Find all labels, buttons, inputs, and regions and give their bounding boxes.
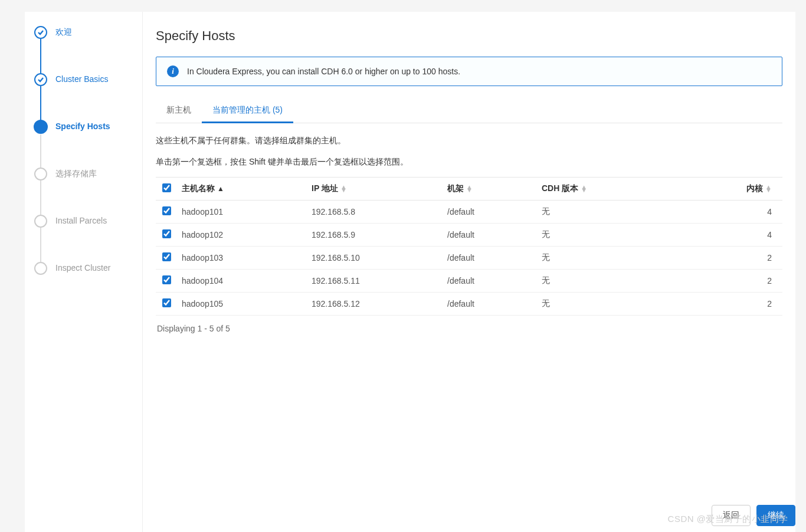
cell-ip: 192.168.5.9 [307, 223, 443, 246]
col-ip[interactable]: IP 地址▲▼ [307, 177, 443, 200]
pending-step-icon [34, 168, 47, 180]
sort-icon: ▲▼ [581, 186, 587, 192]
back-button[interactable]: 返回 [712, 505, 751, 526]
row-checkbox[interactable] [162, 275, 171, 284]
cell-rack: /default [443, 269, 537, 292]
cell-rack: /default [443, 200, 537, 223]
wizard-sidebar: 欢迎 Cluster Basics Specify Hosts 选择存储库 [25, 12, 143, 532]
cell-cores: 4 [735, 200, 782, 223]
cell-rack: /default [443, 246, 537, 269]
step-specify-hosts: Specify Hosts [34, 120, 135, 168]
step-install-parcels: Install Parcels [34, 215, 135, 262]
cell-cores: 4 [735, 223, 782, 246]
cell-ip: 192.168.5.10 [307, 246, 443, 269]
table-row[interactable]: hadoop101192.168.5.8/default无4 [156, 200, 782, 223]
cell-ip: 192.168.5.11 [307, 269, 443, 292]
col-cdh[interactable]: CDH 版本▲▼ [537, 177, 735, 200]
description-1: 这些主机不属于任何群集。请选择组成群集的主机。 [156, 134, 782, 147]
col-hostname[interactable]: 主机名称▲ [177, 177, 307, 200]
cell-hostname: hadoop101 [177, 200, 307, 223]
cell-ip: 192.168.5.8 [307, 200, 443, 223]
col-cores[interactable]: 内核▲▼ [735, 177, 782, 200]
cell-hostname: hadoop102 [177, 223, 307, 246]
sort-icon: ▲▼ [466, 186, 473, 192]
current-step-icon [34, 120, 48, 134]
description-2: 单击第一个复选框，按住 Shift 键并单击最后一个复选框以选择范围。 [156, 155, 782, 168]
cell-hostname: hadoop105 [177, 292, 307, 315]
cell-cdh: 无 [537, 269, 735, 292]
hosts-table: 主机名称▲ IP 地址▲▼ 机架▲▼ CDH 版本▲▼ 内核▲▼ hadoop1… [156, 177, 782, 316]
pending-step-icon [34, 262, 47, 275]
info-icon: i [167, 65, 179, 77]
row-checkbox[interactable] [162, 206, 171, 215]
row-checkbox[interactable] [162, 252, 171, 261]
step-label: Specify Hosts [55, 120, 110, 131]
tab-new-host[interactable]: 新主机 [156, 99, 202, 123]
cell-ip: 192.168.5.12 [307, 292, 443, 315]
tabs: 新主机 当前管理的主机 (5) [156, 99, 782, 123]
step-select-repo: 选择存储库 [34, 168, 135, 215]
main-panel: Specify Hosts i In Cloudera Express, you… [143, 12, 795, 532]
row-checkbox[interactable] [162, 229, 171, 238]
continue-button[interactable]: 继续 [756, 505, 795, 526]
cell-hostname: hadoop104 [177, 269, 307, 292]
sort-asc-icon: ▲ [217, 185, 224, 193]
step-label: Install Parcels [55, 215, 107, 225]
table-row[interactable]: hadoop105192.168.5.12/default无2 [156, 292, 782, 315]
cell-rack: /default [443, 223, 537, 246]
page-title: Specify Hosts [156, 28, 782, 44]
step-inspect-cluster: Inspect Cluster [34, 262, 135, 274]
select-all-checkbox[interactable] [162, 183, 171, 192]
pager-text: Displaying 1 - 5 of 5 [156, 316, 782, 341]
cell-cdh: 无 [537, 246, 735, 269]
sort-icon: ▲▼ [340, 186, 347, 192]
cell-hostname: hadoop103 [177, 246, 307, 269]
row-checkbox[interactable] [162, 298, 171, 307]
cell-cores: 2 [735, 292, 782, 315]
tab-managed-hosts[interactable]: 当前管理的主机 (5) [202, 99, 293, 123]
cell-rack: /default [443, 292, 537, 315]
check-icon [34, 73, 47, 86]
step-welcome[interactable]: 欢迎 [34, 26, 135, 73]
step-label: 选择存储库 [55, 168, 97, 179]
step-label: 欢迎 [55, 26, 72, 38]
step-label: Cluster Basics [55, 73, 108, 84]
col-rack[interactable]: 机架▲▼ [443, 177, 537, 200]
cell-cores: 2 [735, 269, 782, 292]
info-text: In Cloudera Express, you can install CDH… [187, 67, 460, 76]
pending-step-icon [34, 215, 47, 228]
step-label: Inspect Cluster [55, 262, 110, 272]
step-cluster-basics[interactable]: Cluster Basics [34, 73, 135, 120]
check-icon [34, 26, 47, 39]
info-banner: i In Cloudera Express, you can install C… [156, 57, 782, 86]
table-row[interactable]: hadoop103192.168.5.10/default无2 [156, 246, 782, 269]
cell-cdh: 无 [537, 292, 735, 315]
table-row[interactable]: hadoop102192.168.5.9/default无4 [156, 223, 782, 246]
cell-cores: 2 [735, 246, 782, 269]
cell-cdh: 无 [537, 223, 735, 246]
cell-cdh: 无 [537, 200, 735, 223]
table-row[interactable]: hadoop104192.168.5.11/default无2 [156, 269, 782, 292]
sort-icon: ▲▼ [765, 186, 772, 192]
